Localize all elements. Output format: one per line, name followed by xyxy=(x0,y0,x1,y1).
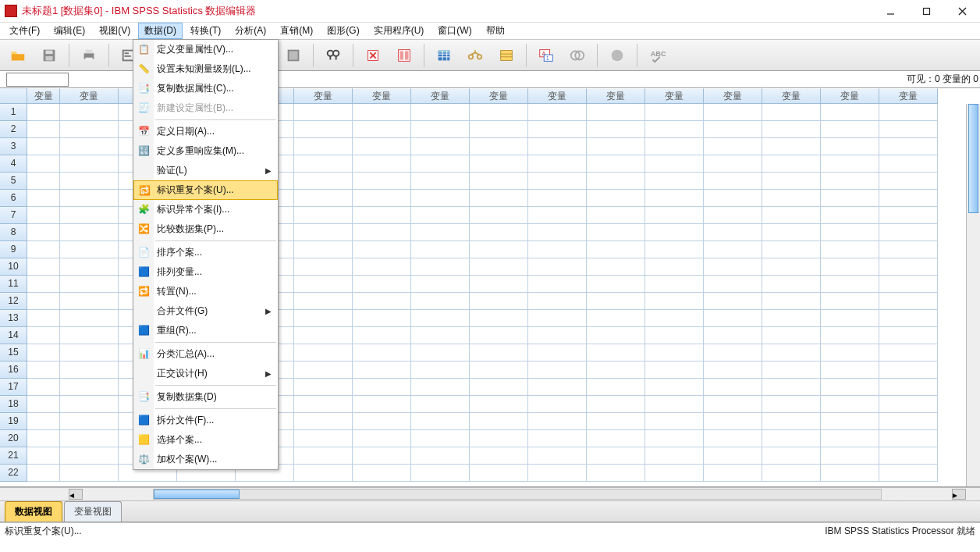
data-cell[interactable] xyxy=(60,447,119,465)
row-header[interactable]: 13 xyxy=(0,310,27,327)
data-cell[interactable] xyxy=(353,258,411,276)
data-cell[interactable] xyxy=(645,344,704,361)
data-cell[interactable] xyxy=(762,293,821,310)
data-cell[interactable] xyxy=(704,310,762,327)
data-cell[interactable] xyxy=(704,344,762,361)
data-cell[interactable] xyxy=(60,465,119,482)
menu-utilities[interactable]: 实用程序(U) xyxy=(368,23,431,39)
data-cell[interactable] xyxy=(294,173,353,190)
data-cell[interactable] xyxy=(762,396,821,413)
data-cell[interactable] xyxy=(762,465,821,482)
data-cell[interactable] xyxy=(528,207,587,224)
data-cell[interactable] xyxy=(27,447,60,465)
data-cell[interactable] xyxy=(411,465,470,482)
data-cell[interactable] xyxy=(587,310,645,327)
data-cell[interactable] xyxy=(528,327,587,344)
data-cell[interactable] xyxy=(821,207,879,224)
column-header[interactable]: 变量 xyxy=(645,88,704,104)
data-cell[interactable] xyxy=(762,447,821,465)
data-cell[interactable] xyxy=(879,327,938,344)
data-cell[interactable] xyxy=(645,379,704,396)
goto-case-input[interactable] xyxy=(6,73,69,87)
data-cell[interactable] xyxy=(411,224,470,241)
data-cell[interactable] xyxy=(762,258,821,276)
data-cell[interactable] xyxy=(645,241,704,258)
data-cell[interactable] xyxy=(294,379,353,396)
data-cell[interactable] xyxy=(470,465,528,482)
data-cell[interactable] xyxy=(528,413,587,430)
column-header[interactable]: 变量 xyxy=(528,88,587,104)
data-cell[interactable] xyxy=(411,173,470,190)
data-cell[interactable] xyxy=(587,430,645,447)
vertical-scrollbar-thumb[interactable] xyxy=(968,104,978,213)
data-cell[interactable] xyxy=(528,138,587,155)
data-cell[interactable] xyxy=(528,276,587,293)
data-cell[interactable] xyxy=(645,310,704,327)
data-cell[interactable] xyxy=(587,224,645,241)
data-cell[interactable] xyxy=(411,155,470,173)
data-cell[interactable] xyxy=(762,121,821,138)
horizontal-scrollbar-thumb[interactable] xyxy=(154,490,240,499)
data-cell[interactable] xyxy=(470,190,528,207)
data-cell[interactable] xyxy=(762,104,821,121)
data-cell[interactable] xyxy=(528,173,587,190)
data-cell[interactable] xyxy=(879,430,938,447)
data-cell[interactable] xyxy=(762,190,821,207)
data-cell[interactable] xyxy=(704,379,762,396)
row-header[interactable]: 7 xyxy=(0,207,27,224)
weight-cases-button[interactable] xyxy=(462,43,488,68)
vertical-scrollbar[interactable] xyxy=(966,104,980,486)
menu-copy-data-properties[interactable]: 📑复制数据属性(C)... xyxy=(133,79,278,98)
data-cell[interactable] xyxy=(470,327,528,344)
data-cell[interactable] xyxy=(294,155,353,173)
data-cell[interactable] xyxy=(353,207,411,224)
data-cell[interactable] xyxy=(411,344,470,361)
data-cell[interactable] xyxy=(528,396,587,413)
row-header[interactable]: 4 xyxy=(0,155,27,173)
data-cell[interactable] xyxy=(704,104,762,121)
data-cell[interactable] xyxy=(762,344,821,361)
data-cell[interactable] xyxy=(821,241,879,258)
data-cell[interactable] xyxy=(27,430,60,447)
variables-button[interactable] xyxy=(280,43,307,68)
data-cell[interactable] xyxy=(587,138,645,155)
data-cell[interactable] xyxy=(411,207,470,224)
menu-edit[interactable]: 编辑(E) xyxy=(48,23,91,39)
menu-weight-cases[interactable]: ⚖️加权个案(W)... xyxy=(133,450,278,469)
menu-restructure[interactable]: 🟦重组(R)... xyxy=(133,321,278,340)
open-button[interactable] xyxy=(5,43,31,68)
data-cell[interactable] xyxy=(27,310,60,327)
data-cell[interactable] xyxy=(27,327,60,344)
data-cell[interactable] xyxy=(704,258,762,276)
data-cell[interactable] xyxy=(704,293,762,310)
scroll-left-button[interactable]: ◂ xyxy=(69,489,83,500)
data-cell[interactable] xyxy=(60,155,119,173)
data-cell[interactable] xyxy=(294,344,353,361)
data-cell[interactable] xyxy=(411,310,470,327)
data-cell[interactable] xyxy=(294,430,353,447)
column-header[interactable]: 变量 xyxy=(821,88,879,104)
data-cell[interactable] xyxy=(470,361,528,379)
data-cell[interactable] xyxy=(60,173,119,190)
menu-define-variable-properties[interactable]: 📋定义变量属性(V)... xyxy=(133,40,278,59)
data-cell[interactable] xyxy=(470,293,528,310)
insert-case-button[interactable] xyxy=(360,43,386,68)
data-cell[interactable] xyxy=(587,241,645,258)
data-cell[interactable] xyxy=(762,224,821,241)
data-cell[interactable] xyxy=(587,190,645,207)
data-cell[interactable] xyxy=(27,396,60,413)
data-cell[interactable] xyxy=(353,138,411,155)
data-cell[interactable] xyxy=(821,379,879,396)
data-cell[interactable] xyxy=(879,465,938,482)
data-cell[interactable] xyxy=(528,241,587,258)
data-cell[interactable] xyxy=(704,241,762,258)
data-cell[interactable] xyxy=(821,293,879,310)
data-cell[interactable] xyxy=(879,258,938,276)
insert-var-button[interactable] xyxy=(391,43,417,68)
data-cell[interactable] xyxy=(353,465,411,482)
value-labels-button[interactable]: A1 xyxy=(533,43,559,68)
data-cell[interactable] xyxy=(704,224,762,241)
data-cell[interactable] xyxy=(60,310,119,327)
data-cell[interactable] xyxy=(294,276,353,293)
data-cell[interactable] xyxy=(470,207,528,224)
